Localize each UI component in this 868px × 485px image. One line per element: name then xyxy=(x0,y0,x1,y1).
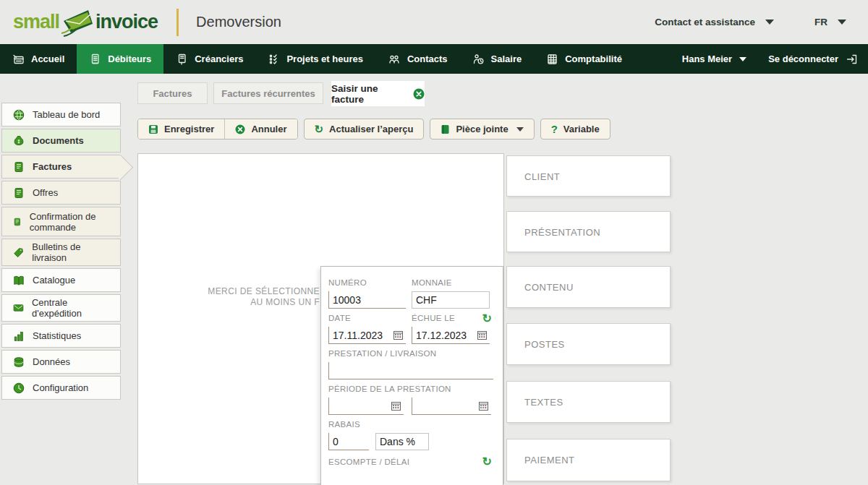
sidebar-item-centrale-expedition[interactable]: Centrale d'expédition xyxy=(1,294,121,322)
rabais-unit-select[interactable] xyxy=(375,433,429,450)
tab-factures-recurrentes[interactable]: Factures récurrentes xyxy=(213,82,323,104)
sidebar-item-factures[interactable]: Factures xyxy=(1,155,121,179)
attachment-dropdown-button[interactable]: Pièce jointe xyxy=(430,119,534,140)
rabais-input[interactable] xyxy=(328,433,369,450)
preview-empty-message: MERCI DE SÉLECTIONNE AU MOINS UN F xyxy=(137,286,320,308)
sidebar-item-donnees[interactable]: Données xyxy=(1,350,121,374)
configuration-clock-icon xyxy=(13,382,25,394)
save-button[interactable]: Enregistrer xyxy=(138,119,224,139)
sidebar-item-statistiques[interactable]: Statistiques xyxy=(1,324,121,348)
attachment-icon xyxy=(441,124,450,134)
sidebar-item-documents[interactable]: Documents xyxy=(1,129,121,153)
tab-saisir-une-facture[interactable]: Saisir une facture xyxy=(331,81,425,106)
sidebar-item-confirmation-de-commande[interactable]: Confirmation de commande xyxy=(1,207,121,236)
money-bag-icon xyxy=(13,135,25,147)
question-mark-icon: ? xyxy=(551,124,558,134)
calendar-icon[interactable] xyxy=(477,331,487,340)
calendar-icon[interactable] xyxy=(479,402,488,411)
logout-label: Se déconnecter xyxy=(768,53,838,64)
variable-button[interactable]: ? Variable xyxy=(540,119,610,140)
accordion-section-contenu[interactable]: CONTENU xyxy=(506,266,671,308)
calendar-icon[interactable] xyxy=(393,331,403,340)
nav-item-contacts[interactable]: Contacts xyxy=(375,44,460,74)
refresh-preview-button[interactable]: ↻ Actualiser l’aperçu xyxy=(304,119,425,140)
tab-factures[interactable]: Factures xyxy=(137,82,208,104)
logout-button[interactable]: Se déconnecter xyxy=(768,53,858,65)
nav-item-salaire[interactable]: Salaire xyxy=(460,44,535,74)
tab-close-icon[interactable] xyxy=(413,88,425,100)
accordion-section-postes[interactable]: POSTES xyxy=(506,323,671,365)
order-confirmation-doc-icon xyxy=(13,216,22,228)
periode-prestation-label: PÉRIODE DE LA PRESTATION xyxy=(328,385,451,393)
form-toolbar: Enregistrer Annuler ↻ Actualiser l’aperç… xyxy=(137,119,610,140)
cancel-button[interactable]: Annuler xyxy=(224,119,297,139)
nav-item-comptabilite[interactable]: Comptabilité xyxy=(534,44,634,74)
chevron-down-icon xyxy=(765,20,774,25)
sidebar-item-offres[interactable]: Offres xyxy=(1,181,121,205)
projects-hours-icon xyxy=(268,53,280,65)
contacts-icon xyxy=(388,53,401,65)
echue-le-label: ÉCHUE LE xyxy=(412,314,490,322)
chevron-down-icon xyxy=(516,127,524,132)
home-icon xyxy=(12,53,25,65)
app-header: small invoice Demoversion Contact et ass… xyxy=(0,0,868,44)
nav-item-projets-et-heures[interactable]: Projets et heures xyxy=(255,44,375,74)
prestation-input[interactable] xyxy=(328,362,493,379)
accordion-section-presentation[interactable]: PRÉSENTATION xyxy=(506,211,671,252)
contact-assistance-label: Contact et assistance xyxy=(655,17,755,27)
creditors-icon xyxy=(176,53,188,65)
prestation-label: PRESTATION / LIVRAISON xyxy=(328,349,436,358)
numero-label: NUMÉRO xyxy=(328,278,412,287)
smallinvoice-logo[interactable]: small invoice xyxy=(13,7,158,38)
user-name: Hans Meier xyxy=(682,53,732,64)
logo-text-small: small xyxy=(13,11,59,33)
refresh-escompte-icon[interactable]: ↻ xyxy=(482,455,492,468)
accordion-section-paiement[interactable]: PAIEMENT xyxy=(506,439,671,481)
catalog-book-icon xyxy=(13,275,25,286)
date-label: DATE xyxy=(328,314,412,322)
envelope-logo-icon xyxy=(60,7,95,38)
refresh-icon: ↻ xyxy=(315,124,324,134)
sidebar-item-catalogue[interactable]: Catalogue xyxy=(1,268,121,292)
accordion-section-textes[interactable]: TEXTES xyxy=(506,381,671,423)
save-icon xyxy=(148,124,158,134)
cancel-icon xyxy=(235,124,245,134)
app-title: Demoversion xyxy=(196,14,281,30)
invoice-doc-icon xyxy=(13,161,25,173)
nav-item-accueil[interactable]: Accueil xyxy=(0,44,77,74)
globe-icon xyxy=(13,109,25,121)
database-icon xyxy=(13,356,25,368)
refresh-due-date-icon[interactable]: ↻ xyxy=(482,312,492,325)
accounting-icon xyxy=(546,53,558,65)
salary-icon xyxy=(472,53,485,65)
language-label: FR xyxy=(814,17,827,27)
sidebar-item-bulletins-de-livraison[interactable]: Bulletins de livraison xyxy=(1,239,121,266)
sidebar-item-tableau-de-bord[interactable]: Tableau de bord xyxy=(1,103,121,126)
escompte-delai-label: ESCOMPTE / DÉLAI xyxy=(328,458,409,466)
invoice-detail-form: NUMÉRO MONNAIE DATE ÉCHUE LE ↻ PRESTATIO… xyxy=(320,266,503,485)
rabais-label: RABAIS xyxy=(328,420,360,429)
nav-item-debiteurs[interactable]: Débiteurs xyxy=(77,44,163,74)
numero-input[interactable] xyxy=(328,291,406,309)
monnaie-label: MONNAIE xyxy=(412,278,490,287)
statistics-bars-icon xyxy=(13,330,25,342)
logo-text-invoice: invoice xyxy=(95,11,158,33)
mail-center-icon xyxy=(13,302,24,314)
accordion-section-client[interactable]: CLIENT xyxy=(506,155,671,197)
calendar-icon[interactable] xyxy=(391,402,401,411)
sidebar-item-configuration[interactable]: Configuration xyxy=(1,376,121,400)
save-cancel-group: Enregistrer Annuler xyxy=(137,119,298,140)
sidebar-menu: Tableau de bord Documents Factures Offre… xyxy=(1,103,121,402)
main-nav: Accueil Débiteurs Créanciers Projets et … xyxy=(0,44,868,74)
logout-icon xyxy=(846,53,858,65)
language-dropdown[interactable]: FR xyxy=(814,17,846,27)
chevron-down-icon xyxy=(739,57,746,61)
monnaie-input[interactable] xyxy=(412,291,490,309)
offer-doc-icon xyxy=(13,187,25,199)
contact-assistance-dropdown[interactable]: Contact et assistance xyxy=(655,17,774,27)
delivery-tag-icon xyxy=(13,246,24,258)
nav-item-creanciers[interactable]: Créanciers xyxy=(163,44,255,74)
header-divider xyxy=(176,9,179,36)
debtors-icon xyxy=(89,53,101,65)
user-menu-dropdown[interactable]: Hans Meier xyxy=(682,53,746,64)
